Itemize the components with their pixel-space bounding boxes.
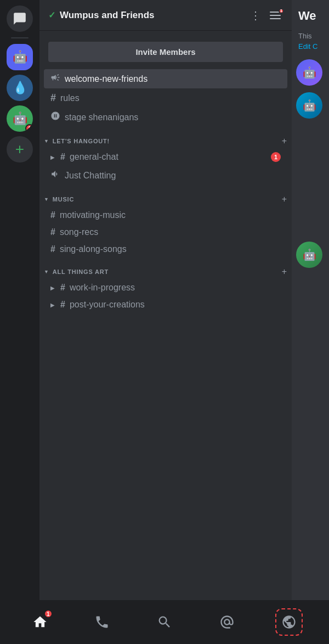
server-icon-2[interactable]: 💧: [7, 75, 33, 101]
channel-just-chatting[interactable]: Just Chatting: [44, 166, 287, 185]
right-avatar-1: 🤖: [296, 59, 322, 86]
right-avatar-3: 🤖: [296, 242, 322, 268]
expand-arrow-pyc[interactable]: ▶: [50, 302, 55, 308]
expand-arrow-wip[interactable]: ▶: [50, 285, 55, 291]
channel-name-rules: rules: [60, 93, 281, 103]
stage-icon: [50, 111, 60, 124]
chat-icon: [13, 12, 27, 26]
channel-name-general: general-chat: [70, 152, 266, 162]
category-name-hangout: LET'S HANGOUT!: [53, 138, 110, 144]
menu-badge: 1: [279, 8, 284, 14]
avatar-emoji-2: 🤖: [303, 99, 316, 112]
channel-welcome-new-friends[interactable]: welcome-new-friends: [44, 69, 287, 88]
channel-song-recs[interactable]: # song-recs: [44, 224, 287, 240]
channel-name-wip: work-in-progress: [70, 283, 281, 293]
bottom-spacer: [39, 313, 292, 363]
phone-icon: [94, 614, 110, 630]
channel-rules[interactable]: # rules: [44, 89, 287, 107]
at-icon: [219, 614, 235, 630]
add-icon: +: [15, 142, 24, 157]
nav-home[interactable]: 1: [26, 608, 54, 636]
right-panel-title: We: [292, 0, 329, 32]
server-header: ✓ Wumpus and Friends ⋮ 1: [39, 0, 292, 31]
right-spacer: [296, 125, 325, 235]
channel-general-chat[interactable]: ▶ # general-chat 1: [44, 149, 287, 165]
channel-name-pyc: post-your-creations: [70, 300, 281, 310]
category-all-things-art[interactable]: ▼ ALL THINGS ART +: [39, 258, 292, 279]
nav-mentions[interactable]: [213, 608, 241, 636]
server-emoji-1: 🤖: [13, 50, 27, 64]
hash-icon-motivating: #: [50, 210, 55, 220]
divider: [11, 37, 29, 38]
speaker-icon: [50, 169, 60, 182]
category-name-music: MUSIC: [53, 196, 74, 203]
channel-name-motivating: motivating-music: [60, 210, 281, 220]
server-badge-3: 1: [25, 124, 33, 132]
server-name-text: Wumpus and Friends: [60, 10, 155, 21]
category-music[interactable]: ▼ MUSIC +: [39, 186, 292, 206]
hash-icon-general: #: [60, 152, 65, 162]
hash-icon-wip: #: [60, 283, 65, 293]
add-channel-hangout[interactable]: +: [282, 136, 287, 146]
nav-home-badge: 1: [44, 609, 53, 618]
globe-icon: [281, 614, 297, 630]
expand-arrow-general[interactable]: ▶: [50, 154, 55, 160]
server-name[interactable]: ✓ Wumpus and Friends: [48, 10, 155, 21]
edit-link[interactable]: Edit C: [292, 40, 329, 53]
channel-name-welcome: welcome-new-friends: [65, 74, 281, 84]
channel-name-songrecs: song-recs: [60, 227, 281, 237]
hash-icon-singalong: #: [50, 244, 55, 254]
server-emoji-3: 🤖: [13, 111, 27, 126]
server-emoji-2: 💧: [13, 81, 27, 95]
hash-icon-rules: #: [50, 92, 56, 104]
channel-sing-along[interactable]: # sing-along-songs: [44, 241, 287, 257]
verified-check: ✓: [48, 10, 55, 20]
category-arrow-hangout: ▼: [44, 138, 49, 144]
search-icon: [157, 614, 172, 630]
channel-list: Invite Members welcome-new-friends # rul…: [39, 31, 292, 644]
hash-icon-songrecs: #: [50, 227, 55, 237]
invite-members-button[interactable]: Invite Members: [48, 42, 283, 62]
menu-line-2: [270, 15, 281, 16]
server-list: 🤖 💧 🤖 1 +: [0, 0, 39, 644]
channel-motivating-music[interactable]: # motivating-music: [44, 207, 287, 223]
nav-calls[interactable]: [88, 608, 116, 636]
megaphone-icon: [50, 72, 60, 85]
menu-line-3: [270, 18, 281, 19]
menu-button-wrapper[interactable]: 1: [268, 9, 283, 21]
category-lets-hangout[interactable]: ▼ LET'S HANGOUT! +: [39, 127, 292, 148]
channel-post-creations[interactable]: ▶ # post-your-creations: [44, 296, 287, 313]
channel-sidebar: ✓ Wumpus and Friends ⋮ 1 Invite Members: [39, 0, 292, 644]
dm-button[interactable]: [7, 5, 33, 32]
nav-globe[interactable]: [275, 608, 303, 636]
bottom-nav: 1: [0, 600, 329, 644]
channel-work-in-progress[interactable]: ▶ # work-in-progress: [44, 279, 287, 296]
right-panel-subtitle: This: [292, 32, 329, 40]
add-channel-art[interactable]: +: [282, 267, 287, 277]
category-arrow-art: ▼: [44, 269, 49, 275]
channel-name-stage: stage shenanigans: [65, 113, 281, 122]
avatar-emoji-3: 🤖: [303, 248, 316, 261]
category-arrow-music: ▼: [44, 197, 49, 202]
category-name-art: ALL THINGS ART: [53, 268, 109, 275]
channel-name-just-chatting: Just Chatting: [65, 171, 281, 181]
channel-badge-general: 1: [271, 152, 281, 162]
right-avatar-2: 🤖: [296, 92, 322, 119]
channel-name-singalong: sing-along-songs: [60, 244, 281, 254]
header-icons: ⋮ 1: [250, 9, 283, 22]
server-icon-3[interactable]: 🤖 1: [7, 105, 33, 132]
channel-stage-shenanigans[interactable]: stage shenanigans: [44, 108, 287, 127]
right-panel: We This Edit C 🤖 🤖 🤖: [292, 0, 329, 644]
hash-icon-pyc: #: [60, 300, 65, 310]
add-channel-music[interactable]: +: [282, 194, 287, 204]
more-options-button[interactable]: ⋮: [250, 9, 261, 22]
nav-search[interactable]: [151, 608, 178, 636]
avatar-emoji-1: 🤖: [303, 66, 316, 79]
server-icon-1[interactable]: 🤖: [7, 44, 33, 70]
right-avatars: 🤖 🤖 🤖: [292, 53, 329, 275]
add-server-button[interactable]: +: [7, 136, 33, 163]
